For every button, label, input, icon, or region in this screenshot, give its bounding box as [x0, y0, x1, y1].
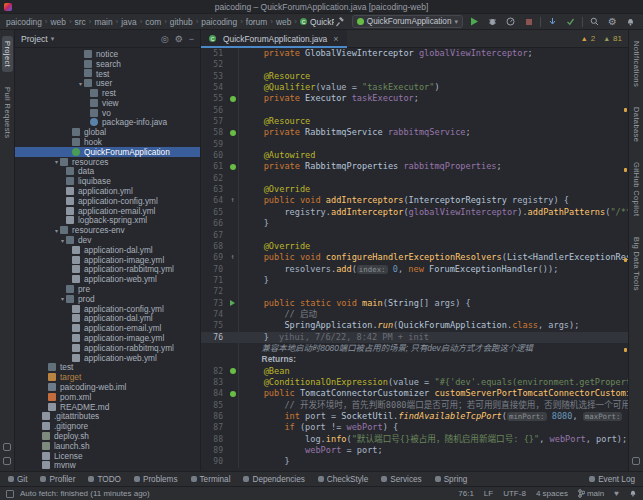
tree-item[interactable]: test [15, 69, 200, 79]
toolwindow-button[interactable]: Notifications [631, 36, 642, 92]
search-icon[interactable] [588, 15, 601, 28]
tree-item[interactable]: logback-spring.xml [15, 216, 200, 226]
toolwindow-bar-item[interactable]: Spring [435, 475, 468, 484]
tree-item[interactable]: view [15, 98, 200, 108]
breadcrumb-item[interactable]: paicoding [201, 17, 237, 27]
debug-button[interactable] [486, 15, 499, 28]
tree-item[interactable]: pom.xml [15, 392, 200, 402]
toolwindow-bar-item[interactable]: Git [8, 475, 27, 484]
line-ending[interactable]: LF [484, 489, 493, 498]
breadcrumb-item[interactable]: github [170, 17, 193, 27]
tree-item[interactable]: mvnw [15, 460, 200, 470]
tree-item[interactable]: License [15, 451, 200, 461]
tree-item[interactable]: search [15, 59, 200, 69]
breadcrumb-item[interactable]: web [51, 17, 66, 27]
bean-gutter-icon[interactable] [227, 366, 239, 377]
tree-item[interactable]: data [15, 167, 200, 177]
stripe-mark[interactable] [624, 348, 627, 352]
notifications-bell-icon[interactable] [624, 15, 637, 28]
tree-item[interactable]: application-email.yml [15, 206, 200, 216]
toolwindow-button[interactable]: GitHub Copilot [631, 157, 642, 221]
tree-item[interactable]: liquibase [15, 176, 200, 186]
tree-item[interactable]: application-image.yml [15, 255, 200, 265]
breadcrumb-item[interactable]: web [276, 17, 291, 27]
git-branch-widget[interactable]: main [578, 489, 604, 498]
indent-setting[interactable]: 4 spaces [536, 489, 568, 498]
run-button[interactable] [468, 15, 481, 28]
tree-item[interactable]: launch.sh [15, 441, 200, 451]
hide-panel-icon[interactable]: − [189, 34, 194, 44]
tree-item[interactable]: hook [15, 137, 200, 147]
build-hammer-icon[interactable] [334, 15, 347, 28]
override-gutter-icon[interactable]: ↑ [227, 252, 239, 263]
tree-item[interactable]: global [15, 127, 200, 137]
tree-item[interactable]: application-dal.yml [15, 245, 200, 255]
tree-item[interactable]: vo [15, 108, 200, 118]
toolwindow-button[interactable]: Project [2, 36, 13, 72]
stripe-mark[interactable] [624, 108, 627, 112]
tree-item[interactable]: ▾resources [15, 157, 200, 167]
todo-stripe-icon[interactable] [3, 457, 11, 465]
editor-tab[interactable]: QuickForumApplication.java × [201, 30, 347, 48]
tree-item[interactable]: package-info.java [15, 118, 200, 128]
tree-item[interactable]: .gitattributes [15, 411, 200, 421]
close-icon[interactable]: × [333, 34, 338, 44]
breadcrumb-item[interactable]: com [145, 17, 161, 27]
tree-item[interactable]: pre [15, 284, 200, 294]
run-config-selector[interactable]: QuickForumApplication ▾ [352, 15, 463, 28]
file-encoding[interactable]: UTF-8 [503, 489, 526, 498]
tree-item[interactable]: application-config.yml [15, 304, 200, 314]
tree-item[interactable]: application-web.yml [15, 353, 200, 363]
error-stripe[interactable] [623, 48, 628, 471]
tree-item[interactable]: application-rabbitmq.yml [15, 343, 200, 353]
stop-button[interactable] [522, 15, 535, 28]
toolwindow-bar-item[interactable]: Dependencies [243, 475, 304, 484]
status-bell-icon[interactable] [629, 489, 637, 499]
tree-item[interactable]: rest [15, 88, 200, 98]
tree-item[interactable]: notice [15, 49, 200, 59]
locate-file-icon[interactable]: ◎ [161, 34, 169, 44]
tree-item[interactable]: application-email.yml [15, 323, 200, 333]
bean-gutter-icon[interactable] [227, 388, 239, 399]
tree-item[interactable]: paicoding-web.iml [15, 382, 200, 392]
tree-item[interactable]: ▾resources-env [15, 225, 200, 235]
breadcrumb-item[interactable]: java [121, 17, 136, 27]
terminal-stripe-icon[interactable] [3, 443, 11, 451]
project-panel-title[interactable]: Project [21, 34, 48, 44]
stripe-mark[interactable] [624, 258, 627, 262]
caret-position[interactable]: 76:1 [458, 489, 474, 498]
tree-item[interactable]: target [15, 372, 200, 382]
toolwindow-bar-item[interactable]: Profiler [40, 475, 75, 484]
tree-item[interactable]: QuickForumApplication [15, 147, 200, 157]
breadcrumb-item[interactable]: forum [246, 17, 267, 27]
tree-item[interactable]: ▾user [15, 78, 200, 88]
tree-item[interactable]: deploy.sh [15, 431, 200, 441]
toolwindow-button[interactable]: Pull Requests [2, 82, 13, 143]
heart-icon[interactable]: ♥ [614, 489, 619, 498]
tree-item[interactable]: .gitignore [15, 421, 200, 431]
tree-item[interactable]: ▾prod [15, 294, 200, 304]
layout-stripe-icon[interactable] [632, 457, 640, 465]
tree-item[interactable]: application-rabbitmq.yml [15, 265, 200, 275]
toolwindow-switcher-icon[interactable] [6, 490, 14, 498]
bean-gutter-icon[interactable] [227, 93, 239, 104]
tree-item[interactable]: README.md [15, 402, 200, 412]
breadcrumb-item[interactable]: main [94, 17, 112, 27]
toolwindow-bar-item[interactable]: Problems [134, 475, 178, 484]
chevron-down-icon[interactable]: ▾ [51, 35, 55, 43]
tree-item[interactable]: application-dal.yml [15, 314, 200, 324]
toolwindow-button[interactable]: Database [631, 102, 642, 147]
tree-item[interactable]: application-config.yml [15, 196, 200, 206]
inspections-widget[interactable]: ▲ 2 ▲ 81 [581, 34, 622, 43]
breadcrumb-item[interactable]: QuickForumApplication [300, 17, 334, 27]
panel-settings-icon[interactable]: ⚙ [175, 34, 183, 44]
tree-item[interactable]: application.yml [15, 186, 200, 196]
toolwindow-bar-item[interactable]: Services [381, 475, 421, 484]
code-editor[interactable]: 51 private GlobalViewInterceptor globalV… [201, 48, 628, 468]
tree-item[interactable]: application-image.yml [15, 333, 200, 343]
profiler-button[interactable] [504, 15, 517, 28]
git-commit-icon[interactable] [564, 15, 577, 28]
git-update-icon[interactable] [546, 15, 559, 28]
tree-item[interactable]: ▾dev [15, 235, 200, 245]
tree-item[interactable]: application-web.yml [15, 274, 200, 284]
